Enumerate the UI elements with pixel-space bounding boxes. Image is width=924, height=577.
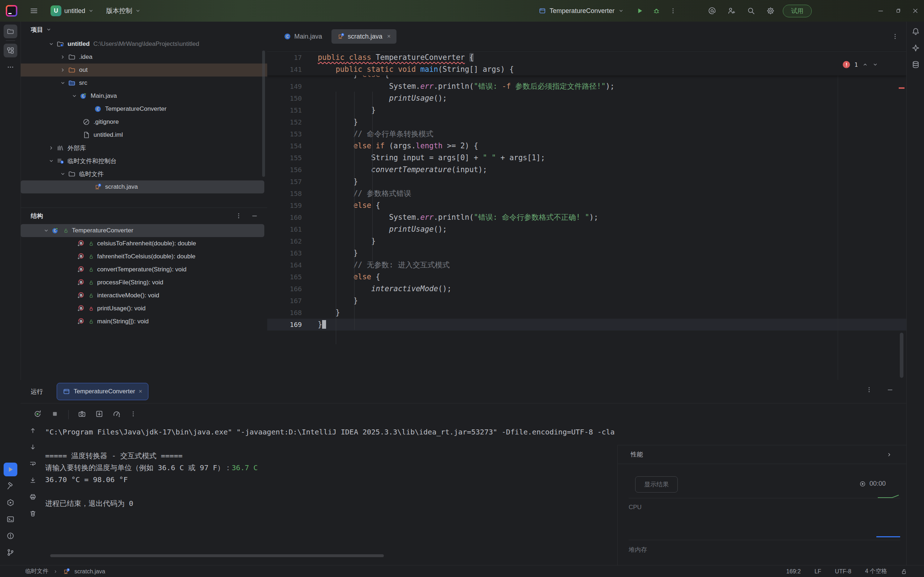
code-line-161[interactable]: 161 printUsage(); [267,223,906,235]
code-line-156[interactable]: 156 convertTemperature(input); [267,164,906,176]
stop-button[interactable] [51,410,59,419]
line-separator[interactable]: LF [814,568,821,575]
close-button[interactable] [907,0,924,22]
show-results-button[interactable]: 显示结果 [635,476,678,493]
code-line-141[interactable]: 141 public static void main(String[] arg… [267,63,906,76]
structure-row[interactable]: mprintUsage(): void [21,302,267,315]
debug-button[interactable] [649,3,664,18]
structure-row[interactable]: mcelsiusToFahrenheit(double): double [21,237,267,250]
hide-structure-button[interactable] [251,213,258,219]
indent-setting[interactable]: 4 个空格 [865,567,887,575]
project-tree-row[interactable]: 外部库 [21,142,267,155]
project-tool-button[interactable] [3,24,17,38]
print-button[interactable] [29,493,37,502]
structure-tool-button[interactable] [3,44,17,57]
code-line-152[interactable]: 152 } [267,116,906,128]
chevron-down-icon[interactable] [58,171,68,177]
scroll-to-end-button[interactable] [29,477,37,485]
chevron-down-icon[interactable] [47,158,56,164]
unlock-icon[interactable] [901,568,907,575]
code-line-159[interactable]: 159 else { [267,200,906,211]
code-with-me-button[interactable] [724,3,739,18]
code-line-154[interactable]: 154 else if (args.length >= 2) { [267,140,906,152]
project-tree-row[interactable]: CTemperatureConverter [21,103,267,116]
code-area[interactable]: 17public class TemperatureConverter {141… [267,52,906,380]
trial-badge-button[interactable]: 试用 [783,5,812,17]
editor-tab-scratch-java[interactable]: scratch.java× [331,29,396,44]
code-line-165[interactable]: 165 else { [267,271,906,283]
structure-row[interactable]: mconvertTemperature(String): void [21,263,267,276]
code-line-167[interactable]: 167 } [267,295,906,307]
chevron-down-icon[interactable] [58,80,68,86]
code-line-164[interactable]: 164 // 无参数: 进入交互式模式 [267,259,906,271]
search-everywhere-button[interactable] [744,3,758,18]
code-line-150[interactable]: 150 printUsage(); [267,92,906,104]
project-tree-row[interactable]: scratch.java [21,181,264,193]
code-line-149[interactable]: 149 System.err.println("错误: -f 参数后必须指定文件… [267,81,906,92]
run-button[interactable] [633,3,647,18]
more-tool-button[interactable] [3,60,17,74]
scroll-up-button[interactable] [29,427,37,435]
chevron-down-icon[interactable] [47,41,56,47]
structure-row[interactable]: CTemperatureConverter [21,224,264,237]
code-line-155[interactable]: 155 String input = args[0] + " " + args[… [267,152,906,164]
clear-button[interactable] [29,510,37,519]
scroll-down-button[interactable] [29,443,37,452]
more-run-actions-button[interactable] [666,3,680,18]
file-encoding[interactable]: UTF-8 [835,568,851,575]
project-tree-row[interactable]: 临时文件和控制台 [21,155,267,168]
console-hscrollbar[interactable] [50,554,384,557]
structure-row[interactable]: mprocessFile(String): void [21,276,267,289]
project-tree-row[interactable]: untitledC:\Users\MrWang\IdeaProjects\unt… [21,37,267,50]
project-tree-row[interactable]: untitled.iml [21,129,267,142]
rerun-button[interactable] [34,410,42,419]
profiler-snapshot-button[interactable] [78,410,86,419]
code-lines[interactable]: 149 System.err.println("错误: -f 参数后必须指定文件… [267,81,906,330]
project-tree-row[interactable]: .idea [21,50,267,63]
ai-assistant-tool-button[interactable] [909,41,922,55]
structure-row[interactable]: minteractiveMode(): void [21,289,267,302]
code-line-169[interactable]: 169} [267,319,906,330]
breadcrumb-file[interactable]: scratch.java [74,568,105,575]
run-more-button[interactable] [130,411,136,419]
caret-position[interactable]: 169:2 [787,568,801,575]
ai-assistant-button[interactable] [705,3,719,18]
code-line-17[interactable]: 17public class TemperatureConverter { [267,52,906,63]
version-control-tool-button[interactable] [3,546,17,559]
run-configuration-widget[interactable]: TemperatureConverter [539,0,624,22]
run-tool-button[interactable] [3,463,17,476]
settings-button[interactable] [763,3,778,18]
hide-run-panel-button[interactable] [887,387,893,393]
code-line-158[interactable]: 158 // 参数格式错误 [267,188,906,200]
structure-row[interactable]: mmain(String[]): void [21,315,267,328]
database-tool-button[interactable] [909,58,922,71]
close-run-tab-button[interactable]: × [139,388,142,395]
chevron-right-icon[interactable] [47,145,56,151]
code-line-157[interactable]: 157 } [267,176,906,188]
tab-options-button[interactable] [892,33,898,40]
soft-wrap-button[interactable] [29,460,37,469]
structure-options-button[interactable] [236,213,242,219]
code-line-160[interactable]: 160 System.err.println("错误: 命令行参数格式不正确! … [267,211,906,223]
prev-error-button[interactable] [862,62,868,68]
code-line-163[interactable]: 163 } [267,247,906,259]
terminal-tool-button[interactable] [3,513,17,526]
chevron-down-icon[interactable] [70,93,79,99]
code-line-153[interactable]: 153 // 命令行单条转换模式 [267,128,906,140]
cpu-profiler-button[interactable] [113,410,121,419]
next-error-button[interactable] [872,62,878,68]
problems-tool-button[interactable] [3,529,17,543]
project-scrollbar[interactable] [262,50,265,177]
code-line-168[interactable]: 168 } [267,307,906,319]
run-options-button[interactable] [866,387,872,393]
editor-tab-main-java[interactable]: CMain.java [278,29,328,44]
notifications-tool-button[interactable] [909,24,922,38]
inspections-widget[interactable]: ! 1 [843,61,878,68]
close-tab-button[interactable]: × [387,33,391,40]
thread-dump-button[interactable] [95,410,103,419]
error-stripe-mark[interactable] [899,87,905,89]
code-line-166[interactable]: 166 interactiveMode(); [267,283,906,295]
project-widget[interactable]: U untitled [50,5,94,16]
editor-scrollbar[interactable] [900,333,903,378]
chevron-right-icon[interactable] [887,452,892,458]
